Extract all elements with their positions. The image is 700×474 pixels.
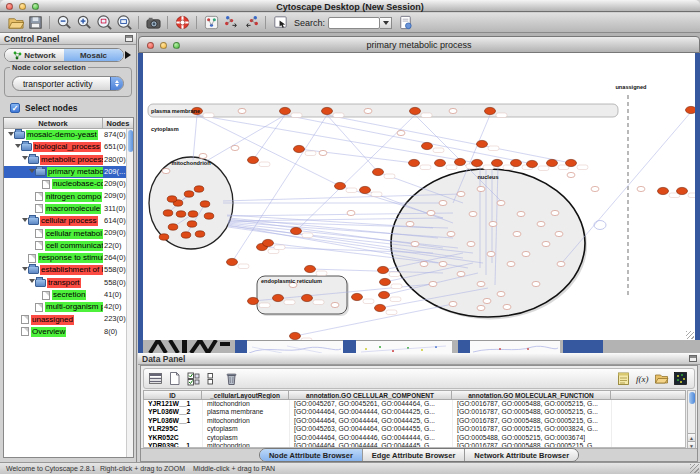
tree-row[interactable]: secretion41(0) xyxy=(4,289,133,301)
graph-node-transporter[interactable] xyxy=(188,211,198,217)
graph-node-transporter[interactable] xyxy=(435,159,446,166)
graph-node-transporter[interactable] xyxy=(485,107,496,114)
graph-node-unmapped[interactable] xyxy=(231,145,239,150)
graph-node-unmapped[interactable] xyxy=(555,231,563,236)
float-panel-icon[interactable] xyxy=(125,35,133,42)
scrollbar-thumb[interactable] xyxy=(689,392,695,404)
graph-node-transporter[interactable] xyxy=(167,196,177,202)
graph-node-transporter[interactable] xyxy=(184,191,194,197)
graph-node-transporter[interactable] xyxy=(410,107,421,114)
graph-node-unmapped[interactable] xyxy=(503,304,511,309)
graph-node-transporter[interactable] xyxy=(477,140,488,147)
graph-node-unmapped[interactable] xyxy=(449,108,457,113)
graph-node-unmapped[interactable] xyxy=(347,210,355,215)
graph-node-unmapped[interactable] xyxy=(447,231,455,236)
tree-row[interactable]: nitrogen compo209(0) xyxy=(4,190,133,202)
graph-node-transporter[interactable] xyxy=(378,266,389,273)
graph-node-transporter[interactable] xyxy=(227,258,238,265)
graph-node-unmapped[interactable] xyxy=(532,281,540,286)
graph-edge[interactable] xyxy=(197,115,477,163)
graph-edge[interactable] xyxy=(193,115,197,160)
window-titlebar[interactable]: Cytoscape Desktop (New Session) xyxy=(0,0,700,12)
graph-node-transporter[interactable] xyxy=(677,187,688,194)
scroll-up-icon[interactable]: ▲ xyxy=(688,433,695,441)
table-row[interactable]: YLR295Ccytoplasm[GO:0045263, GO:0044464,… xyxy=(144,425,685,433)
graph-node-transporter[interactable] xyxy=(422,142,433,149)
graph-node-unmapped[interactable] xyxy=(406,221,414,226)
zoom-fit-icon[interactable] xyxy=(115,14,133,32)
tab-network[interactable]: Network xyxy=(5,49,64,61)
select-attributes-icon[interactable] xyxy=(147,370,164,387)
tree-row[interactable]: Overview8(0) xyxy=(4,326,133,338)
graph-node-unmapped[interactable] xyxy=(567,172,575,177)
function-builder-icon[interactable]: f(x) xyxy=(634,370,651,387)
network-snapshot-icon[interactable] xyxy=(144,14,162,32)
graph-node-transporter[interactable] xyxy=(322,107,333,114)
graph-node-unmapped[interactable] xyxy=(364,108,372,113)
save-session-icon[interactable] xyxy=(26,14,44,32)
tab-network-attribute-browser[interactable]: Network Attribute Browser xyxy=(464,449,578,461)
tree-row[interactable]: metabolic process280(0) xyxy=(4,154,133,166)
graph-node-transporter[interactable] xyxy=(658,187,669,194)
column-header[interactable]: annotation.GO MOLECULAR_FUNCTION xyxy=(452,390,611,400)
table-row[interactable]: YPL036W__2plasma membrane[GO:0044464, GO… xyxy=(144,408,685,416)
graph-node-transporter[interactable] xyxy=(373,168,384,175)
graph-node-transporter[interactable] xyxy=(159,234,169,240)
tree-row[interactable]: transport558(0) xyxy=(4,277,133,289)
graph-node-unmapped[interactable] xyxy=(427,210,435,215)
help-icon[interactable] xyxy=(173,14,191,32)
expand-arrow-icon[interactable] xyxy=(21,156,28,163)
graph-node-unmapped[interactable] xyxy=(397,130,405,135)
float-panel-icon[interactable] xyxy=(689,355,697,362)
graph-node-transporter[interactable] xyxy=(492,159,503,166)
graph-node-transporter[interactable] xyxy=(294,145,305,152)
graph-node-transporter[interactable] xyxy=(187,221,197,227)
graph-node-unmapped[interactable] xyxy=(551,210,559,215)
graph-node-unmapped[interactable] xyxy=(199,153,207,158)
search-input[interactable] xyxy=(328,17,380,29)
graph-node-transporter[interactable] xyxy=(352,293,363,300)
graph-node-transporter[interactable] xyxy=(375,304,386,311)
graph-edge[interactable] xyxy=(203,115,285,163)
tree-row[interactable]: unassigned223(0) xyxy=(4,313,133,325)
graph-node-transporter[interactable] xyxy=(290,332,301,339)
graph-node-unmapped[interactable] xyxy=(477,305,485,310)
graph-node-unmapped[interactable] xyxy=(162,168,170,173)
import-attributes-icon[interactable] xyxy=(653,370,670,387)
graph-edge[interactable] xyxy=(299,149,414,163)
graph-node-transporter[interactable] xyxy=(204,213,214,219)
tree-row[interactable]: multi-organism pro42(0) xyxy=(4,301,133,313)
tree-row[interactable]: cellular process614(0) xyxy=(4,215,133,227)
annotation-icon[interactable] xyxy=(271,14,289,32)
column-header[interactable]: _cellularLayoutRegion xyxy=(202,390,289,400)
graph-node-unmapped[interactable] xyxy=(483,298,491,303)
attribute-editor-icon[interactable] xyxy=(615,370,632,387)
node-color-dropdown[interactable]: transporter activity xyxy=(12,76,124,91)
tree-row[interactable]: nucleobase-co209(0) xyxy=(4,178,133,190)
more-tabs-arrow-icon[interactable] xyxy=(125,51,135,59)
graph-node-transporter[interactable] xyxy=(248,297,259,304)
graph-node-unmapped[interactable] xyxy=(331,302,339,307)
graph-node-unmapped[interactable] xyxy=(542,241,550,246)
graph-node-unmapped[interactable] xyxy=(507,261,515,266)
graph-node-transporter[interactable] xyxy=(181,232,191,238)
graph-node-unmapped[interactable] xyxy=(457,191,465,196)
column-header-network[interactable]: Network xyxy=(4,118,103,129)
column-header-nodes[interactable]: Nodes xyxy=(103,118,133,129)
graph-edge[interactable] xyxy=(561,112,691,264)
graph-node-transporter[interactable] xyxy=(409,159,420,166)
network-graph[interactable]: plasma membranecytoplasmmitochondrionnuc… xyxy=(143,53,695,340)
graph-node-unmapped[interactable] xyxy=(439,261,447,266)
graph-node-transporter[interactable] xyxy=(168,224,178,230)
window-resize-grip[interactable] xyxy=(690,464,699,473)
graph-node-transporter[interactable] xyxy=(547,159,558,166)
graph-node-transporter[interactable] xyxy=(472,159,483,166)
graph-node-unmapped[interactable] xyxy=(522,251,530,256)
table-row[interactable]: YKR052Ccytoplasm[GO:0044464, GO:0044446,… xyxy=(144,434,685,442)
graph-node-unmapped[interactable] xyxy=(420,261,428,266)
graph-node-transporter[interactable] xyxy=(195,231,205,237)
window-edge[interactable] xyxy=(235,340,247,353)
expand-arrow-icon[interactable] xyxy=(14,144,21,151)
graph-node-unmapped[interactable] xyxy=(487,251,495,256)
export-network-icon[interactable] xyxy=(242,14,260,32)
